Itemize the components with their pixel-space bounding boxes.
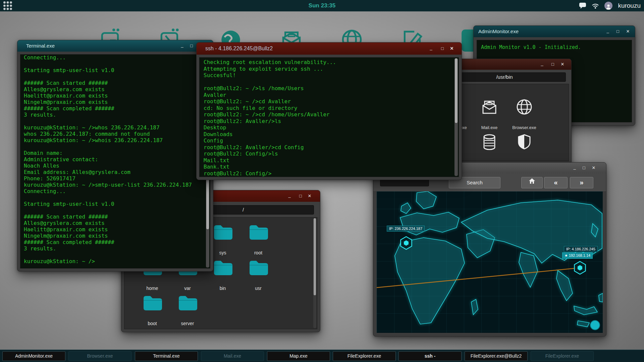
minimize-button[interactable]: _ xyxy=(571,163,578,172)
taskbar-item[interactable]: FileExplorer.exe xyxy=(531,351,594,361)
folder-icon xyxy=(178,295,197,310)
maximize-button[interactable]: □ xyxy=(297,190,304,202)
taskbar-item[interactable]: Map.exe xyxy=(267,351,330,361)
chat-icon[interactable] xyxy=(579,2,586,9)
window-ssh: ssh - 4.186.226.245@Bullz2 _ □ ✕ Checkin… xyxy=(196,42,462,180)
map-marker-scanned[interactable] xyxy=(401,237,412,249)
taskbar-item[interactable]: Browser.exe xyxy=(68,351,131,361)
minimize-button[interactable]: _ xyxy=(286,190,293,200)
app-item[interactable]: AdminMonitor.exe xyxy=(509,133,539,161)
taskbar: AdminMonitor.exe Browser.exe Terminal.ex… xyxy=(0,350,644,362)
top-bar: Sun 23:35 kurouzu xyxy=(0,0,644,11)
minimize-button[interactable]: _ xyxy=(604,26,611,36)
clock: Sun 23:35 xyxy=(309,0,335,11)
folder-icon xyxy=(213,224,232,240)
taskbar-item[interactable]: Terminal.exe xyxy=(135,351,198,361)
window-title: Terminal.exe xyxy=(26,40,55,52)
taskbar-item[interactable]: AdminMonitor.exe xyxy=(2,351,65,361)
ssh-output: Checking root escalation vulnerability..… xyxy=(200,58,459,177)
taskbar-item[interactable]: FileExplorer.exe xyxy=(333,351,396,361)
app-grid-icon[interactable] xyxy=(3,1,13,10)
mail-icon xyxy=(480,98,499,116)
folder-item[interactable]: server xyxy=(171,295,204,326)
close-button[interactable]: ✕ xyxy=(306,190,313,202)
close-button[interactable]: ✕ xyxy=(590,163,597,173)
maximize-button[interactable]: □ xyxy=(581,163,587,173)
home-icon xyxy=(529,178,535,184)
username: kurouzu xyxy=(618,2,641,9)
folder-icon xyxy=(249,224,268,240)
chevrons-left-icon: « xyxy=(554,179,557,186)
folder-item[interactable]: usr xyxy=(241,260,275,291)
scrollbar[interactable] xyxy=(313,218,316,328)
scrollbar-thumb[interactable] xyxy=(455,58,458,123)
globe-icon xyxy=(515,98,534,116)
maximize-button[interactable]: □ xyxy=(549,59,556,70)
folder-icon xyxy=(213,260,232,275)
forward-button[interactable]: » xyxy=(570,177,593,188)
back-button[interactable]: « xyxy=(544,177,568,188)
terminal-screen[interactable]: Connecting... Starting smtp-user-list v1… xyxy=(20,54,210,268)
window-title: AdminMonitor.exe xyxy=(478,26,519,37)
window-map: _ □ ✕ Search « » xyxy=(373,162,606,337)
taskbar-item[interactable]: Mail.exe xyxy=(201,351,264,361)
ip-label-target: IP: 4.186.226.245 xyxy=(564,246,598,252)
wifi-icon[interactable] xyxy=(592,3,599,9)
terminal-output: Connecting... Starting smtp-user-list v1… xyxy=(20,54,210,266)
taskbar-item[interactable]: ssh - xyxy=(398,351,462,361)
ssh-screen[interactable]: Checking root escalation vulnerability..… xyxy=(199,57,459,177)
app-item[interactable]: Mail.exe xyxy=(475,98,504,130)
titlebar[interactable]: AdminMonitor.exe _ □ ✕ xyxy=(474,26,635,37)
folder-icon xyxy=(143,295,162,310)
database-icon xyxy=(480,133,499,152)
map-canvas xyxy=(377,191,603,333)
locate-button[interactable] xyxy=(590,320,600,330)
scrollbar-thumb[interactable] xyxy=(314,218,316,295)
close-button[interactable]: ✕ xyxy=(559,59,566,70)
close-button[interactable]: ✕ xyxy=(625,26,631,37)
titlebar[interactable]: Terminal.exe _ □ ✕ xyxy=(17,40,213,52)
taskbar-item[interactable]: FileExplorer.exe@Bullz2 xyxy=(465,351,528,361)
home-button[interactable] xyxy=(521,177,543,188)
minimize-button[interactable]: _ xyxy=(179,40,185,50)
minimize-button[interactable]: _ xyxy=(428,43,434,53)
titlebar[interactable]: ssh - 4.186.226.245@Bullz2 _ □ ✕ xyxy=(197,43,462,55)
avatar[interactable] xyxy=(604,2,612,10)
chevrons-right-icon: » xyxy=(580,179,583,186)
window-title: ssh - 4.186.226.245@Bullz2 xyxy=(205,43,273,55)
close-button[interactable]: ✕ xyxy=(448,43,455,55)
app-item[interactable]: LogViewer.exe xyxy=(475,133,504,161)
user-icon xyxy=(605,4,611,10)
folder-icon xyxy=(249,260,268,275)
maximize-button[interactable]: □ xyxy=(439,43,446,55)
home-network-label: ★ 192.168.1.14 xyxy=(562,252,593,259)
maximize-button[interactable]: □ xyxy=(188,40,195,52)
minimize-button[interactable]: _ xyxy=(539,59,545,68)
folder-item[interactable]: boot xyxy=(136,295,169,326)
app-item[interactable]: Browser.exe xyxy=(509,98,539,130)
world-map[interactable]: IP: 236.226.224.187 IP: 4.186.226.245 ★ … xyxy=(377,191,603,333)
map-marker-target[interactable] xyxy=(575,261,586,274)
ip-label-scanned: IP: 236.226.224.187 xyxy=(387,226,425,232)
shield-icon xyxy=(515,133,534,152)
window-terminal: Terminal.exe _ □ ✕ Connecting... Startin… xyxy=(17,40,213,272)
folder-item[interactable]: root xyxy=(241,224,275,255)
maximize-button[interactable]: □ xyxy=(614,26,621,37)
scrollbar[interactable] xyxy=(454,58,458,176)
